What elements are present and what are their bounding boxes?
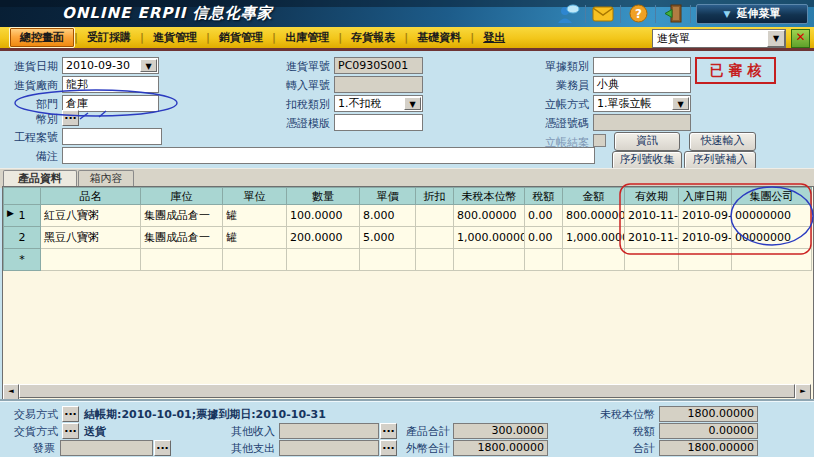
salesman-input[interactable]: 小典	[593, 76, 691, 93]
currency-picker-button[interactable]: ...	[62, 110, 79, 126]
scroll-right-icon[interactable]: ►	[795, 384, 811, 400]
col-header[interactable]: 單位	[223, 188, 287, 205]
menu-item-purchase-mgmt[interactable]: 進貨管理	[144, 29, 206, 46]
cell[interactable]: 0.00	[525, 205, 563, 227]
col-header[interactable]: 庫位	[141, 188, 223, 205]
cell[interactable]: 0.00	[525, 227, 563, 249]
chevron-down-icon[interactable]: ▼	[767, 30, 785, 47]
col-header[interactable]: 入庫日期	[679, 188, 732, 205]
table-row[interactable]: ▶ 1 紅豆八寶粥 集團成品倉一 罐 100.0000 8.000 800.00…	[4, 205, 812, 227]
row-selector-header	[4, 188, 41, 205]
cell[interactable]	[679, 249, 732, 271]
cell[interactable]: 200.0000	[287, 227, 360, 249]
extend-menu-button[interactable]: ▼ 延伸菜單	[696, 4, 808, 24]
cell[interactable]: 集團成品倉一	[141, 205, 223, 227]
col-header[interactable]: 折扣	[416, 188, 454, 205]
cell[interactable]: 罐	[223, 205, 287, 227]
supplier-label: 進貨廠商	[0, 78, 58, 93]
cell[interactable]: 集團成品倉一	[141, 227, 223, 249]
cell[interactable]	[563, 249, 625, 271]
close-icon[interactable]: ✕	[791, 29, 810, 48]
cell[interactable]	[223, 249, 287, 271]
cell[interactable]: 2010-11-28	[625, 227, 679, 249]
cell[interactable]: 黑豆八寶粥	[41, 227, 141, 249]
col-header[interactable]: 金額	[563, 188, 625, 205]
cell[interactable]: 紅豆八寶粥	[41, 205, 141, 227]
cell[interactable]: 1,000.00000	[563, 227, 625, 249]
delivery-mode-picker-button[interactable]: ...	[62, 423, 79, 439]
project-no-input[interactable]	[62, 128, 162, 145]
new-row-selector[interactable]: *	[4, 249, 41, 271]
cell[interactable]: 00000000	[732, 227, 812, 249]
doc-category-input[interactable]	[593, 57, 691, 74]
menu-item-outbound-mgmt[interactable]: 出庫管理	[276, 29, 338, 46]
cell[interactable]: 1,000.00000	[454, 227, 525, 249]
cell[interactable]: 2010-09-30	[679, 227, 732, 249]
menu-item-inventory-report[interactable]: 存貨報表	[342, 29, 404, 46]
cell[interactable]	[625, 249, 679, 271]
cell[interactable]: 800.00000	[454, 205, 525, 227]
cell[interactable]: 2010-11-28	[625, 205, 679, 227]
trade-mode-picker-button[interactable]: ...	[62, 406, 79, 422]
menu-item-order-purchase[interactable]: 受訂採購	[78, 29, 140, 46]
col-header[interactable]: 品名	[41, 188, 141, 205]
col-header[interactable]: 未稅本位幣	[454, 188, 525, 205]
chevron-down-icon[interactable]: ▼	[140, 59, 157, 72]
cell[interactable]: 800.00000	[563, 205, 625, 227]
exit-icon[interactable]	[661, 3, 685, 24]
cell[interactable]: 100.0000	[287, 205, 360, 227]
cell[interactable]	[287, 249, 360, 271]
project-no-label: 工程案號	[0, 130, 58, 145]
horizontal-scrollbar[interactable]: ◄ ►	[3, 384, 811, 398]
cell[interactable]: 罐	[223, 227, 287, 249]
mail-icon[interactable]	[591, 3, 615, 24]
cell[interactable]	[732, 249, 812, 271]
menu-item-base-data[interactable]: 基礎資料	[408, 29, 470, 46]
tax-type-select[interactable]: 1.不扣稅 ▼	[334, 95, 423, 112]
cell[interactable]	[41, 249, 141, 271]
other-expense-picker-button[interactable]: ...	[380, 440, 397, 456]
account-method-select[interactable]: 1.單張立帳 ▼	[593, 95, 691, 112]
voucher-template-input[interactable]	[334, 114, 423, 131]
new-row[interactable]: *	[4, 249, 812, 271]
col-header[interactable]: 集團公司	[732, 188, 812, 205]
cell[interactable]	[360, 249, 416, 271]
col-header[interactable]: 數量	[287, 188, 360, 205]
cell[interactable]	[141, 249, 223, 271]
cell[interactable]: 8.000	[360, 205, 416, 227]
cell[interactable]	[525, 249, 563, 271]
scrollbar-thumb[interactable]	[19, 384, 795, 398]
doc-type-combobox[interactable]: 進貨單 ▼	[652, 29, 786, 48]
info-button[interactable]: 資訊	[614, 132, 680, 151]
cell[interactable]: 2010-09-30	[679, 205, 732, 227]
cell[interactable]: 00000000	[732, 205, 812, 227]
trade-terms-text: 結帳期:2010-10-01;票據到期日:2010-10-31	[84, 407, 326, 422]
user-message-icon[interactable]	[556, 3, 580, 24]
quick-input-button[interactable]: 快速輸入	[689, 132, 756, 151]
cell[interactable]	[454, 249, 525, 271]
scroll-left-icon[interactable]: ◄	[3, 384, 19, 400]
cell[interactable]	[416, 227, 454, 249]
help-icon[interactable]: ?	[626, 3, 650, 24]
col-header[interactable]: 有效期	[625, 188, 679, 205]
svg-text:?: ?	[635, 7, 642, 21]
cell[interactable]	[416, 249, 454, 271]
detail-grid: 品名 庫位 單位 數量 單價 折扣 未稅本位幣 稅額 金額 有效期 入庫日期 集…	[2, 186, 814, 400]
cell[interactable]: 5.000	[360, 227, 416, 249]
col-header[interactable]: 單價	[360, 188, 416, 205]
menu-item-dashboard[interactable]: 總控畫面	[10, 28, 74, 47]
purchase-date-input[interactable]: 2010-09-30 ▼	[62, 57, 159, 74]
menu-item-sales-mgmt[interactable]: 銷貨管理	[210, 29, 272, 46]
row-selector[interactable]: ▶ 1	[4, 205, 41, 227]
account-closed-checkbox[interactable]	[593, 134, 606, 147]
menu-item-logout[interactable]: 登出	[474, 29, 514, 46]
table-row[interactable]: 2 黑豆八寶粥 集團成品倉一 罐 200.0000 5.000 1,000.00…	[4, 227, 812, 249]
cell[interactable]	[416, 205, 454, 227]
invoice-picker-button[interactable]: ...	[154, 440, 171, 456]
col-header[interactable]: 稅額	[525, 188, 563, 205]
supplier-input[interactable]: 龍邦	[62, 76, 159, 93]
row-selector[interactable]: 2	[4, 227, 41, 249]
other-income-picker-button[interactable]: ...	[380, 423, 397, 439]
chevron-down-icon[interactable]: ▼	[404, 97, 421, 110]
chevron-down-icon[interactable]: ▼	[672, 97, 689, 110]
